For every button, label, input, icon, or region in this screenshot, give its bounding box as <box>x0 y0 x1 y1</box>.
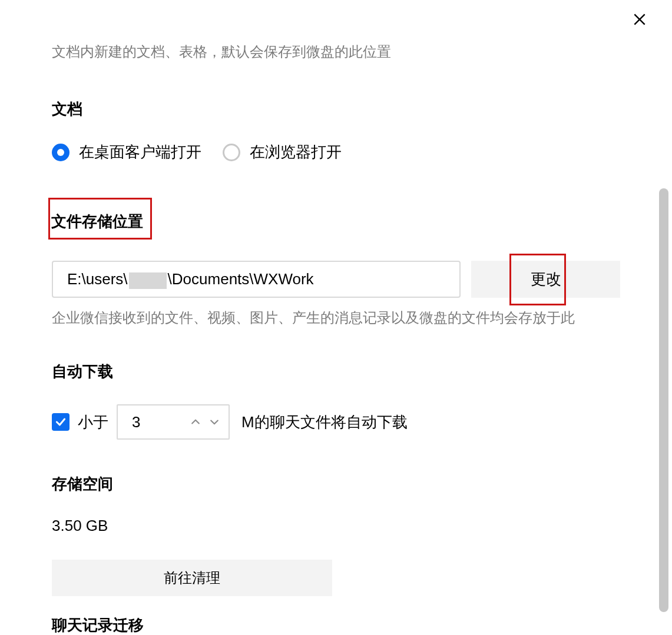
auto-download-row: 小于 3 M的聊天文件将自动下载 <box>52 404 620 440</box>
close-icon <box>632 12 647 27</box>
checkmark-icon <box>55 416 67 428</box>
chevron-down-icon <box>208 416 220 428</box>
storage-space-value: 3.50 GB <box>52 517 620 535</box>
path-redacted-segment <box>129 272 167 289</box>
scrollbar-thumb[interactable] <box>659 188 668 612</box>
auto-download-prefix-label: 小于 <box>78 412 108 433</box>
auto-download-checkbox[interactable] <box>52 413 69 431</box>
radio-open-browser[interactable]: 在浏览器打开 <box>223 142 342 162</box>
chevron-up-icon <box>190 416 201 428</box>
change-location-button[interactable]: 更改 <box>471 261 620 298</box>
radio-label: 在桌面客户端打开 <box>79 142 201 162</box>
storage-space-title: 存储空间 <box>52 474 620 494</box>
doc-open-radio-group: 在桌面客户端打开 在浏览器打开 <box>52 142 620 162</box>
auto-download-title: 自动下载 <box>52 361 620 382</box>
settings-content: 文档内新建的文档、表格，默认会保存到微盘的此位置 文档 在桌面客户端打开 在浏览… <box>0 0 672 635</box>
radio-open-desktop[interactable]: 在桌面客户端打开 <box>52 142 201 162</box>
stepper-up-button[interactable] <box>190 416 201 428</box>
change-button-wrap: 更改 <box>471 261 620 298</box>
stepper-down-button[interactable] <box>208 416 220 428</box>
path-prefix: E:\users\ <box>67 270 128 288</box>
storage-path-row: E:\users\\Documents\WXWork 更改 <box>52 261 620 298</box>
storage-location-title: 文件存储位置 <box>51 211 143 232</box>
path-suffix: \Documents\WXWork <box>168 270 314 288</box>
go-clean-button[interactable]: 前往清理 <box>52 560 332 596</box>
radio-icon-selected <box>52 144 69 161</box>
chat-migration-title: 聊天记录迁移 <box>52 615 620 635</box>
radio-label: 在浏览器打开 <box>250 142 342 162</box>
doc-location-desc: 文档内新建的文档、表格，默认会保存到微盘的此位置 <box>52 42 620 61</box>
storage-path-input[interactable]: E:\users\\Documents\WXWork <box>52 261 461 298</box>
size-stepper[interactable]: 3 <box>117 404 230 440</box>
storage-location-desc: 企业微信接收到的文件、视频、图片、产生的消息记录以及微盘的文件均会存放于此 <box>52 308 620 327</box>
stepper-value: 3 <box>118 413 190 431</box>
doc-section-title: 文档 <box>52 99 620 119</box>
scrollbar-track[interactable] <box>659 188 668 612</box>
storage-location-title-highlight: 文件存储位置 <box>48 198 152 240</box>
radio-icon-unselected <box>223 144 240 161</box>
close-button[interactable] <box>631 11 648 28</box>
auto-download-suffix-label: M的聊天文件将自动下载 <box>241 412 408 433</box>
stepper-arrow-group <box>190 416 229 428</box>
